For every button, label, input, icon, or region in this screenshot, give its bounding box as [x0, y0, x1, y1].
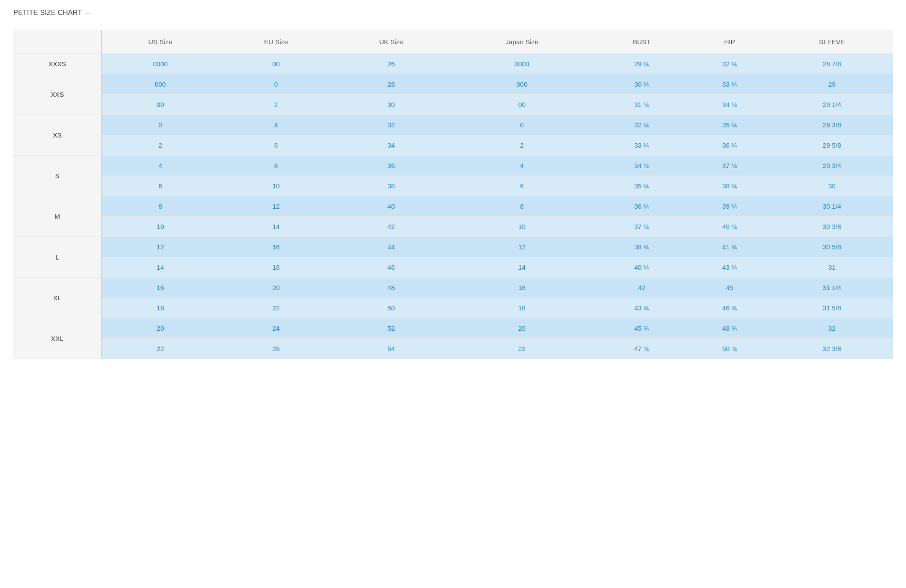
cell-eu: 26 [219, 339, 334, 359]
cell-hip: 41 ¾ [688, 237, 771, 257]
cell-uk: 32 [334, 115, 449, 135]
cell-us: 18 [102, 298, 219, 318]
cell-sleeve: 32 3/8 [771, 339, 893, 359]
cell-japan: 16 [449, 278, 595, 298]
table-row: 1822501843 ¾46 ¾31 5/8 [13, 298, 893, 318]
cell-bust: 37 ¼ [595, 217, 688, 237]
size-chart-table: US Size EU Size UK Size Japan Size BUST … [13, 30, 893, 359]
cell-uk: 40 [334, 196, 449, 217]
table-row: XXL2024522045 ¾48 ¾32 [13, 318, 893, 339]
cell-hip: 45 [688, 278, 771, 298]
cell-us: 8 [102, 196, 219, 217]
cell-eu: 4 [219, 115, 334, 135]
cell-bust: 47 ¾ [595, 339, 688, 359]
cell-us: 14 [102, 257, 219, 278]
table-row: XS0432032 ¼35 ¼29 3/8 [13, 115, 893, 135]
cell-uk: 50 [334, 298, 449, 318]
cell-eu: 12 [219, 196, 334, 217]
cell-sleeve: 29 3/4 [771, 156, 893, 176]
cell-bust: 38 ¾ [595, 237, 688, 257]
header-us-size: US Size [102, 30, 219, 54]
cell-uk: 30 [334, 95, 449, 115]
table-row: XXXS00000026000029 ¼32 ¼28 7/8 [13, 54, 893, 74]
header-bust: BUST [595, 30, 688, 54]
table-row: 2226542247 ¾50 ¾32 3/8 [13, 339, 893, 359]
cell-eu: 16 [219, 237, 334, 257]
cell-us: 16 [102, 278, 219, 298]
table-row: S4836434 ¼37 ¼29 3/4 [13, 156, 893, 176]
cell-bust: 30 ¼ [595, 74, 688, 95]
cell-us: 00 [102, 95, 219, 115]
cell-bust: 33 ¼ [595, 135, 688, 156]
cell-japan: 22 [449, 339, 595, 359]
cell-sleeve: 29 3/8 [771, 115, 893, 135]
cell-bust: 31 ¼ [595, 95, 688, 115]
cell-us: 6 [102, 176, 219, 196]
size-label: XL [13, 278, 102, 318]
cell-japan: 10 [449, 217, 595, 237]
header-hip: HIP [688, 30, 771, 54]
cell-uk: 48 [334, 278, 449, 298]
cell-japan: 6 [449, 176, 595, 196]
cell-uk: 42 [334, 217, 449, 237]
cell-eu: 24 [219, 318, 334, 339]
size-label: XXXS [13, 54, 102, 74]
cell-us: 0000 [102, 54, 219, 74]
cell-japan: 0 [449, 115, 595, 135]
cell-eu: 0 [219, 74, 334, 95]
cell-eu: 6 [219, 135, 334, 156]
cell-us: 4 [102, 156, 219, 176]
cell-hip: 33 ¼ [688, 74, 771, 95]
cell-hip: 43 ¼ [688, 257, 771, 278]
cell-uk: 52 [334, 318, 449, 339]
table-row: 002300031 ¼34 ¼29 1/4 [13, 95, 893, 115]
cell-japan: 4 [449, 156, 595, 176]
size-label: L [13, 237, 102, 278]
header-uk-size: UK Size [334, 30, 449, 54]
cell-hip: 37 ¼ [688, 156, 771, 176]
cell-bust: 40 ¼ [595, 257, 688, 278]
table-row: 61038635 ¼38 ¼30 [13, 176, 893, 196]
cell-bust: 34 ¼ [595, 156, 688, 176]
cell-uk: 36 [334, 156, 449, 176]
cell-eu: 22 [219, 298, 334, 318]
cell-hip: 39 ¼ [688, 196, 771, 217]
header-eu-size: EU Size [219, 30, 334, 54]
header-sleeve: SLEEVE [771, 30, 893, 54]
table-row: 2634233 ¼36 ¼29 5/8 [13, 135, 893, 156]
cell-us: 20 [102, 318, 219, 339]
table-row: 1418461440 ¼43 ¼31 [13, 257, 893, 278]
cell-bust: 29 ¼ [595, 54, 688, 74]
cell-hip: 50 ¾ [688, 339, 771, 359]
cell-sleeve: 31 1/4 [771, 278, 893, 298]
cell-us: 0 [102, 115, 219, 135]
header-japan-size: Japan Size [449, 30, 595, 54]
cell-uk: 28 [334, 74, 449, 95]
cell-eu: 14 [219, 217, 334, 237]
cell-sleeve: 30 5/8 [771, 237, 893, 257]
cell-sleeve: 30 [771, 176, 893, 196]
cell-hip: 46 ¾ [688, 298, 771, 318]
cell-sleeve: 29 1/4 [771, 95, 893, 115]
cell-bust: 32 ¼ [595, 115, 688, 135]
cell-japan: 8 [449, 196, 595, 217]
cell-eu: 20 [219, 278, 334, 298]
cell-us: 2 [102, 135, 219, 156]
cell-sleeve: 31 [771, 257, 893, 278]
cell-eu: 18 [219, 257, 334, 278]
table-header-row: US Size EU Size UK Size Japan Size BUST … [13, 30, 893, 54]
size-label: M [13, 196, 102, 237]
cell-japan: 2 [449, 135, 595, 156]
size-label: XXS [13, 74, 102, 115]
cell-eu: 00 [219, 54, 334, 74]
collapse-icon[interactable]: — [84, 9, 91, 16]
table-row: L1216441238 ¾41 ¾30 5/8 [13, 237, 893, 257]
size-label: XS [13, 115, 102, 156]
cell-eu: 8 [219, 156, 334, 176]
cell-hip: 34 ¼ [688, 95, 771, 115]
cell-sleeve: 29 5/8 [771, 135, 893, 156]
cell-japan: 0000 [449, 54, 595, 74]
cell-japan: 00 [449, 95, 595, 115]
size-label: S [13, 156, 102, 196]
cell-bust: 42 [595, 278, 688, 298]
